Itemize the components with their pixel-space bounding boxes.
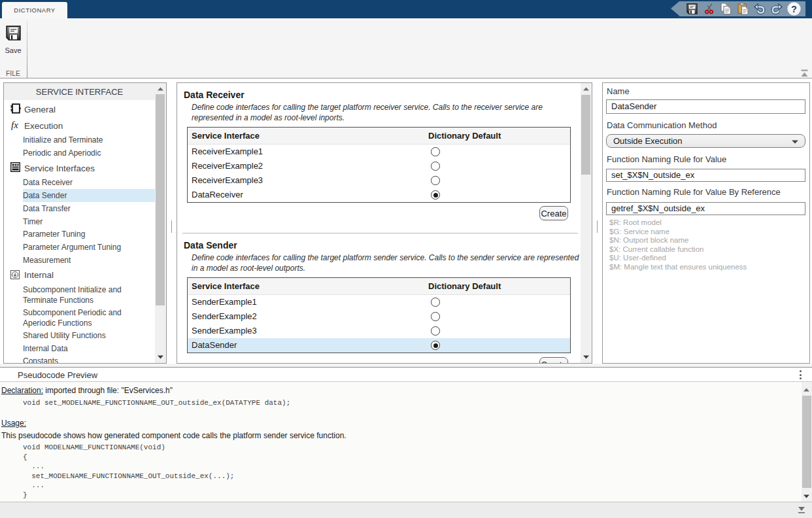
svg-text:?: ? [791,4,797,14]
